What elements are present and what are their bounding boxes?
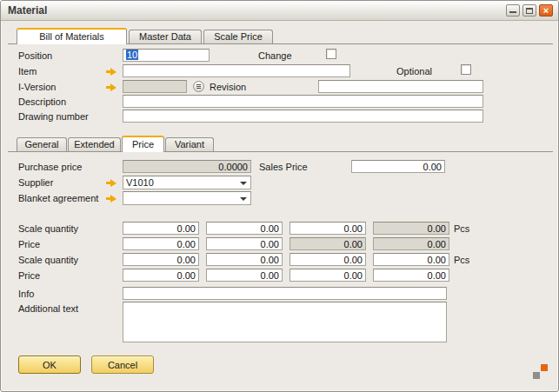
- unit-label: Pcs: [454, 255, 469, 265]
- scale-quantity-input: [373, 222, 449, 235]
- unit-label: Pcs: [454, 223, 469, 234]
- sales-price-label: Sales Price: [259, 162, 308, 172]
- minimize-button[interactable]: [506, 4, 520, 17]
- position-input[interactable]: 10: [123, 49, 210, 62]
- sales-price-input[interactable]: [351, 160, 445, 173]
- maximize-icon: [526, 8, 533, 14]
- scale-quantity-label: Scale quantity: [18, 223, 78, 234]
- price-label: Price: [18, 239, 40, 249]
- titlebar: Material ×: [1, 1, 558, 21]
- cancel-button[interactable]: Cancel: [91, 355, 154, 374]
- i-version-browse-button[interactable]: [193, 81, 204, 92]
- price-input[interactable]: [206, 269, 283, 282]
- info-label: Info: [18, 289, 34, 299]
- scale-quantity-label: Scale quantity: [18, 255, 78, 265]
- change-checkbox[interactable]: [326, 49, 336, 59]
- tab-extended[interactable]: Extended: [68, 137, 121, 151]
- description-label: Description: [18, 96, 66, 107]
- additional-text-label: Additional text: [18, 303, 78, 314]
- supplier-link-arrow-icon[interactable]: [106, 179, 117, 187]
- scale-quantity-input[interactable]: [206, 222, 283, 235]
- position-label: Position: [18, 50, 52, 61]
- price-input[interactable]: [206, 237, 283, 250]
- item-link-arrow-icon[interactable]: [106, 68, 117, 76]
- window-title: Material: [8, 4, 47, 17]
- position-value-selected: 10: [126, 50, 138, 60]
- supplier-value: V1010: [126, 177, 154, 189]
- separator-line: [8, 151, 553, 152]
- drawing-number-input[interactable]: [123, 110, 483, 123]
- chevron-down-icon: [240, 182, 247, 185]
- optional-checkbox[interactable]: [461, 64, 471, 75]
- price-input[interactable]: [289, 269, 366, 282]
- tab-general[interactable]: General: [17, 137, 67, 151]
- item-label: Item: [18, 66, 37, 76]
- price-input[interactable]: [123, 237, 199, 250]
- revision-input[interactable]: [318, 80, 483, 93]
- maximize-button[interactable]: [522, 4, 536, 17]
- additional-text-input[interactable]: [123, 302, 447, 342]
- blanket-agreement-link-arrow-icon[interactable]: [106, 195, 117, 203]
- price-label: Price: [18, 270, 40, 281]
- optional-label: Optional: [396, 66, 432, 76]
- scale-quantity-input[interactable]: [289, 222, 366, 235]
- item-input[interactable]: [123, 64, 350, 77]
- price-input: [289, 237, 366, 250]
- supplier-label: Supplier: [18, 177, 53, 188]
- scale-quantity-input[interactable]: [206, 253, 283, 266]
- revision-label: Revision: [210, 82, 246, 92]
- i-version-input: [123, 80, 187, 93]
- tab-master-data[interactable]: Master Data: [129, 30, 202, 43]
- change-label: Change: [258, 50, 292, 61]
- ok-button[interactable]: OK: [18, 355, 81, 374]
- scale-quantity-input[interactable]: [373, 253, 449, 266]
- price-input: [373, 237, 449, 250]
- corner-gray-square: [533, 372, 540, 379]
- browse-icon: [196, 86, 201, 87]
- purchase-price-input: [123, 160, 251, 173]
- i-version-label: I-Version: [18, 82, 56, 92]
- scale-quantity-input[interactable]: [123, 222, 199, 235]
- sap-corner-icon: [533, 364, 548, 379]
- blanket-agreement-dropdown[interactable]: [123, 191, 251, 205]
- tab-bill-of-materials[interactable]: Bill of Materials: [17, 28, 127, 44]
- purchase-price-label: Purchase price: [18, 162, 82, 172]
- scale-quantity-input[interactable]: [289, 253, 366, 266]
- tab-variant[interactable]: Variant: [165, 137, 214, 151]
- price-input[interactable]: [123, 269, 199, 282]
- chevron-down-icon: [240, 197, 247, 201]
- scale-quantity-input[interactable]: [123, 253, 199, 266]
- i-version-link-arrow-icon[interactable]: [106, 83, 117, 91]
- tab-scale-price[interactable]: Scale Price: [203, 30, 273, 43]
- close-button[interactable]: ×: [539, 4, 553, 17]
- info-input[interactable]: [123, 287, 447, 300]
- price-input[interactable]: [373, 269, 449, 282]
- corner-orange-square: [541, 364, 548, 371]
- window-controls: ×: [506, 4, 553, 17]
- material-window: Material × Bill of Materials Master Data…: [0, 0, 559, 392]
- minimize-icon: [509, 11, 516, 13]
- blanket-agreement-label: Blanket agreement: [18, 193, 98, 203]
- supplier-dropdown[interactable]: V1010: [123, 176, 251, 189]
- drawing-number-label: Drawing number: [18, 111, 89, 122]
- tab-price[interactable]: Price: [122, 136, 164, 152]
- description-input[interactable]: [123, 95, 483, 108]
